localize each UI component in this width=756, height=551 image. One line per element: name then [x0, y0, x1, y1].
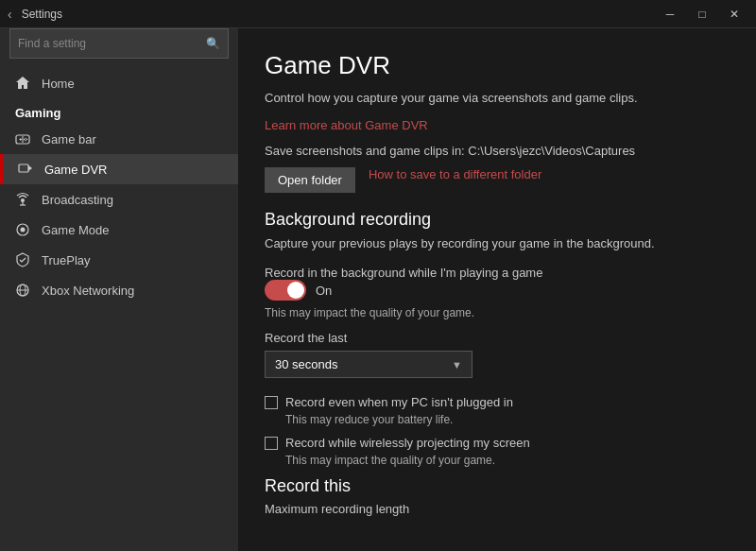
- record-last-label: Record the last: [265, 331, 730, 345]
- record-last-dropdown[interactable]: 30 seconds ▼: [265, 351, 472, 378]
- sidebar: 🔍 Home Gaming: [0, 28, 238, 551]
- svg-point-10: [21, 198, 25, 202]
- sidebar-item-gamemode-label: Game Mode: [42, 223, 110, 237]
- learn-more-link[interactable]: Learn more about Game DVR: [265, 118, 428, 132]
- titlebar-title: Settings: [22, 8, 656, 21]
- toggle-state-label: On: [316, 284, 332, 298]
- folder-btn-row: Open folder How to save to a different f…: [265, 167, 730, 193]
- sidebar-item-gamebar[interactable]: Game bar: [0, 124, 238, 154]
- gamebar-icon: [15, 131, 30, 146]
- close-button[interactable]: ✕: [720, 5, 748, 24]
- toggle-note: This may impact the quality of your game…: [265, 306, 730, 319]
- xboxnetworking-icon: [15, 283, 30, 298]
- svg-rect-8: [19, 164, 28, 172]
- main-layout: 🔍 Home Gaming: [0, 28, 756, 551]
- home-icon: [15, 76, 30, 91]
- record-this-title: Record this: [265, 476, 730, 496]
- checkbox-pluggedin-label: Record even when my PC isn't plugged in: [285, 395, 513, 409]
- maximize-button[interactable]: □: [688, 5, 716, 24]
- page-description: Control how you capture your game via sc…: [265, 90, 730, 107]
- search-box[interactable]: 🔍: [9, 28, 229, 59]
- checkbox-pluggedin[interactable]: [265, 396, 278, 409]
- back-button[interactable]: ‹: [8, 7, 12, 22]
- svg-point-5: [26, 139, 27, 140]
- checkbox-wireless-label: Record while wirelessly projecting my sc…: [285, 436, 530, 450]
- gamemode-icon: [15, 222, 30, 237]
- background-section-title: Background recording: [265, 210, 730, 230]
- svg-point-7: [24, 139, 25, 140]
- sidebar-item-trueplay-label: TruePlay: [42, 253, 91, 267]
- chevron-down-icon: ▼: [452, 359, 462, 370]
- gamedvr-icon: [18, 162, 33, 177]
- svg-marker-9: [28, 165, 32, 171]
- toggle-row: On: [265, 280, 730, 301]
- sidebar-item-broadcasting-label: Broadcasting: [42, 193, 113, 207]
- checkbox-pluggedin-row: Record even when my PC isn't plugged in: [265, 395, 730, 409]
- window-controls: ─ □ ✕: [656, 5, 748, 24]
- search-input[interactable]: [18, 37, 206, 50]
- save-different-link[interactable]: How to save to a different folder: [369, 167, 541, 181]
- background-section-desc: Capture your previous plays by recording…: [265, 235, 730, 252]
- checkbox-wireless-row: Record while wirelessly projecting my sc…: [265, 436, 730, 450]
- sidebar-item-broadcasting[interactable]: Broadcasting: [0, 184, 238, 215]
- svg-point-4: [25, 138, 26, 139]
- sidebar-item-gamedvr-label: Game DVR: [44, 163, 107, 177]
- sidebar-item-gamemode[interactable]: Game Mode: [0, 215, 238, 245]
- svg-point-6: [25, 140, 26, 141]
- background-recording-toggle[interactable]: [265, 280, 306, 301]
- sidebar-item-xboxnetworking-label: Xbox Networking: [42, 284, 134, 298]
- dropdown-value: 30 seconds: [275, 357, 338, 371]
- content-area: Game DVR Control how you capture your ga…: [238, 28, 756, 551]
- sidebar-item-gamedvr[interactable]: Game DVR: [0, 154, 238, 184]
- toggle-knob: [287, 282, 304, 299]
- record-last-dropdown-row: 30 seconds ▼: [265, 351, 730, 378]
- sidebar-item-gamebar-label: Game bar: [42, 132, 96, 146]
- checkbox-pluggedin-note: This may reduce your battery life.: [285, 413, 730, 426]
- broadcasting-icon: [15, 192, 30, 207]
- checkbox-wireless-note: This may impact the quality of your game…: [285, 454, 730, 467]
- sidebar-item-trueplay[interactable]: TruePlay: [0, 245, 238, 275]
- search-icon: 🔍: [206, 37, 220, 50]
- minimize-button[interactable]: ─: [656, 5, 684, 24]
- checkbox-wireless[interactable]: [265, 437, 278, 450]
- sidebar-item-xboxnetworking[interactable]: Xbox Networking: [0, 275, 238, 305]
- titlebar: ‹ Settings ─ □ ✕: [0, 0, 756, 28]
- sidebar-item-home-label: Home: [42, 77, 75, 91]
- save-path-text: Save screenshots and game clips in: C:\U…: [265, 144, 730, 158]
- sidebar-item-home[interactable]: Home: [0, 68, 238, 98]
- svg-point-14: [21, 228, 26, 232]
- toggle-setting-label: Record in the background while I'm playi…: [265, 266, 730, 280]
- open-folder-button[interactable]: Open folder: [265, 167, 355, 193]
- page-title: Game DVR: [265, 51, 730, 80]
- sidebar-section-label: Gaming: [0, 98, 238, 124]
- trueplay-icon: [15, 252, 30, 267]
- max-recording-label: Maximum recording length: [265, 502, 730, 516]
